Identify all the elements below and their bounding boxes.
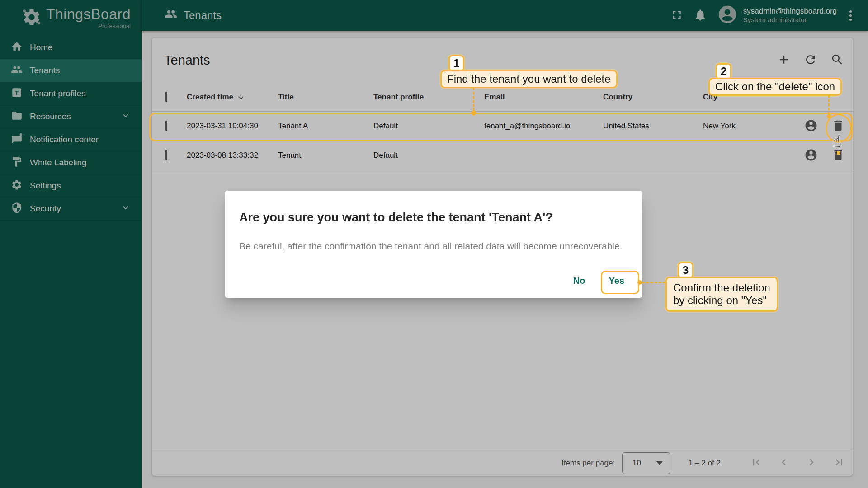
step-3-line-2: by clicking on "Yes" <box>673 294 770 307</box>
step-3-connector-dot <box>637 280 642 285</box>
step-1-connector <box>473 88 474 111</box>
dialog-title: Are you sure you want to delete the tena… <box>239 211 628 225</box>
step-2-callout: Click on the "delete" icon <box>708 78 842 96</box>
step-2-connector <box>828 95 830 115</box>
cursor-icon: ☝ <box>832 132 842 150</box>
step-3-badge: 3 <box>678 262 693 278</box>
dialog-message: Be careful, after the confirmation the t… <box>239 241 628 252</box>
step-3-line-1: Confirm the deletion <box>673 282 770 294</box>
step-2-badge: 2 <box>716 63 731 80</box>
cursor-accent-square <box>836 151 840 155</box>
step-3-connector <box>642 282 665 283</box>
tenant-row-highlight <box>149 113 853 141</box>
no-button[interactable]: No <box>563 270 595 291</box>
step-1-badge: 1 <box>448 55 464 71</box>
step-1-callout: Find the tenant you want to delete <box>440 70 618 88</box>
step-3-callout: Confirm the deletion by clicking on "Yes… <box>665 277 778 312</box>
yes-button-highlight <box>601 271 639 294</box>
delete-confirm-dialog: Are you sure you want to delete the tena… <box>225 191 642 298</box>
